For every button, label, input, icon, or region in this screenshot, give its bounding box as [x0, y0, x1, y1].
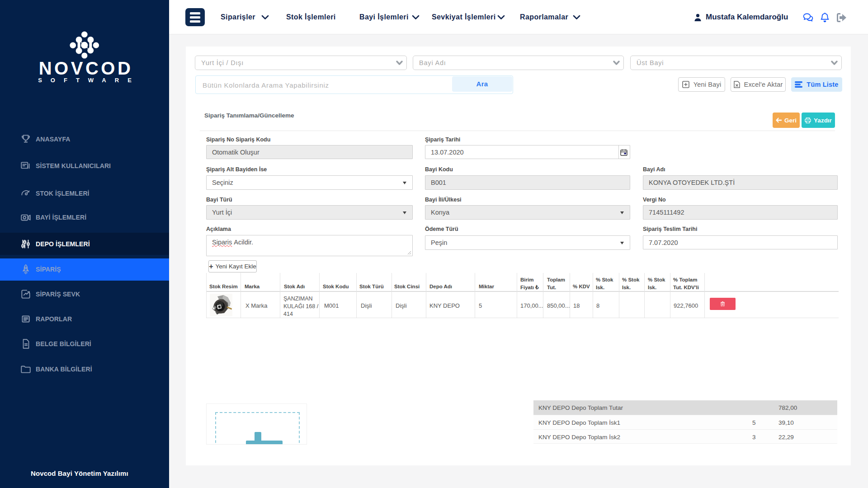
svg-text:NOVCOD: NOVCOD [39, 58, 133, 78]
svg-text:SOFTWARE: SOFTWARE [38, 77, 135, 84]
